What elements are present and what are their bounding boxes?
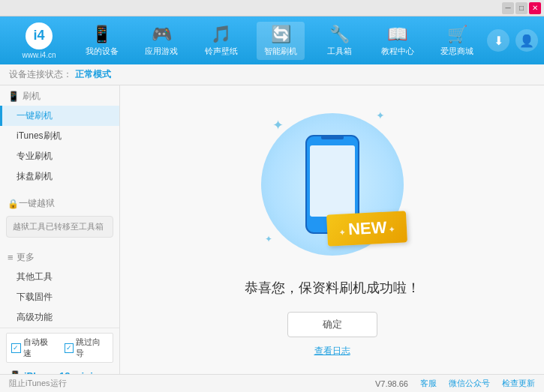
- version-text: V7.98.66: [375, 379, 408, 388]
- nav-label-apps-games: 应用游戏: [145, 46, 178, 57]
- phone-illustration: ✦ ✦ ✦ NEW: [250, 102, 415, 267]
- secondary-link[interactable]: 查看日志: [314, 345, 350, 358]
- other-tools-label: 其他工具: [17, 271, 53, 282]
- toolbox-icon: 🔧: [329, 25, 350, 44]
- success-text: 恭喜您，保资料刷机成功啦！: [245, 279, 420, 297]
- download-firmware-label: 下载固件: [17, 292, 53, 302]
- nav-label-store: 爱思商城: [440, 46, 473, 57]
- customer-service-link[interactable]: 客服: [420, 378, 437, 389]
- pro-flash-label: 专业刷机: [17, 151, 53, 161]
- sparkle-icon-1: ✦: [272, 117, 284, 133]
- check-update-link[interactable]: 检查更新: [502, 378, 535, 389]
- apps-games-icon: 🎮: [152, 25, 172, 44]
- top-nav: i4 www.i4.cn 📱 我的设备 🎮 应用游戏 🎵 铃声壁纸 🔄 智能刷机…: [0, 16, 544, 64]
- my-device-icon: 📱: [92, 25, 112, 44]
- checkbox-row: ✓ 自动极速 ✓ 跳过向导: [6, 333, 113, 363]
- logo-area: i4 www.i4.cn: [6, 22, 72, 59]
- sparkle-icon-2: ✦: [376, 109, 385, 121]
- sidebar-item-one-click-flash[interactable]: 一键刷机: [0, 106, 119, 126]
- nav-item-toolbox[interactable]: 🔧 工具箱: [317, 22, 362, 60]
- sidebar-footer: ✓ 自动极速 ✓ 跳过向导 📱 iPhone 12 mini 64GB Down…: [0, 328, 119, 374]
- device-name-text: iPhone 12 mini: [24, 370, 93, 374]
- tutorial-icon: 📖: [387, 25, 407, 44]
- svg-rect-2: [321, 136, 344, 139]
- smart-shop-icon: 🔄: [271, 25, 291, 44]
- nav-item-apps-games[interactable]: 🎮 应用游戏: [137, 22, 185, 60]
- sidebar-item-pro-flash[interactable]: 专业刷机: [0, 146, 119, 166]
- svg-rect-1: [310, 145, 355, 217]
- stop-itunes-link[interactable]: 阻止iTunes运行: [9, 378, 67, 389]
- sidebar-item-advanced[interactable]: 高级功能: [0, 307, 119, 328]
- user-button[interactable]: 👤: [515, 29, 538, 52]
- nav-label-tutorial: 教程中心: [381, 46, 414, 57]
- nav-label-toolbox: 工具箱: [327, 46, 352, 57]
- bottom-bar-right: V7.98.66 客服 微信公众号 检查更新: [375, 378, 535, 389]
- minimize-button[interactable]: ─: [502, 2, 514, 14]
- nav-label-ringtone: 铃声壁纸: [205, 46, 238, 57]
- sidebar-locked-notice: 越狱工具已转移至工具箱: [6, 216, 113, 238]
- sidebar-section-more: ≡ 更多: [0, 247, 119, 267]
- wipe-flash-label: 抹盘刷机: [17, 171, 53, 181]
- more-section-label: 更多: [17, 251, 35, 264]
- nav-item-tutorial[interactable]: 📖 教程中心: [374, 22, 422, 60]
- nav-items: 📱 我的设备 🎮 应用游戏 🎵 铃声壁纸 🔄 智能刷机 🔧 工具箱 📖 教程中心…: [72, 22, 487, 60]
- close-button[interactable]: ✕: [529, 2, 541, 14]
- device-item: 📱 iPhone 12 mini 64GB Down-12mini-13,1: [6, 366, 113, 374]
- sparkle-icon-3: ✦: [265, 234, 272, 244]
- sidebar-item-itunes-flash[interactable]: iTunes刷机: [0, 126, 119, 146]
- flash-section-label: 刷机: [23, 90, 41, 103]
- store-icon: 🛒: [447, 25, 467, 44]
- more-section-icon: ≡: [8, 252, 14, 263]
- nav-label-smart-shop: 智能刷机: [264, 46, 297, 57]
- download-button[interactable]: ⬇: [487, 29, 509, 52]
- lock-icon: 🔒: [8, 199, 19, 209]
- ringtone-icon: 🎵: [211, 25, 231, 44]
- auto-update-check-icon: ✓: [11, 343, 21, 353]
- advanced-label: 高级功能: [17, 312, 53, 322]
- nav-item-ringtone[interactable]: 🎵 铃声壁纸: [197, 22, 245, 60]
- content-area: ✦ ✦ ✦ NEW 恭喜您，保资料刷机成功啦！ 确定 查看日志: [120, 85, 544, 374]
- maximize-button[interactable]: □: [515, 2, 527, 14]
- locked-notice-text: 越狱工具已转移至工具箱: [13, 222, 104, 231]
- nav-item-store[interactable]: 🛒 爱思商城: [433, 22, 481, 60]
- nav-item-smart-shop[interactable]: 🔄 智能刷机: [257, 22, 305, 60]
- itunes-flash-label: iTunes刷机: [17, 130, 62, 141]
- sidebar-item-other-tools[interactable]: 其他工具: [0, 267, 119, 287]
- skip-wizard-label: 跳过向导: [76, 337, 108, 359]
- sidebar-section-jailbreak: 🔒 一键越狱: [0, 193, 119, 213]
- bottom-bar-left: 阻止iTunes运行: [9, 378, 67, 389]
- skip-wizard-checkbox[interactable]: ✓ 跳过向导: [65, 337, 109, 359]
- logo-icon: i4: [26, 22, 53, 49]
- auto-update-checkbox[interactable]: ✓ 自动极速: [11, 337, 56, 359]
- wechat-link[interactable]: 微信公众号: [449, 378, 490, 389]
- logo-subtitle: www.i4.cn: [22, 51, 56, 59]
- sidebar-item-download-firmware[interactable]: 下载固件: [0, 287, 119, 307]
- status-bar: 设备连接状态： 正常模式: [0, 64, 544, 85]
- main-area: 📱 刷机 一键刷机 iTunes刷机 专业刷机 抹盘刷机 🔒 一键越狱 越狱工具…: [0, 85, 544, 374]
- device-name: 📱 iPhone 12 mini: [9, 370, 110, 374]
- sidebar-section-flash: 📱 刷机: [0, 85, 119, 106]
- status-value: 正常模式: [75, 68, 111, 81]
- new-badge: NEW: [326, 211, 407, 246]
- one-click-flash-label: 一键刷机: [17, 110, 53, 121]
- confirm-button[interactable]: 确定: [287, 312, 377, 337]
- auto-update-label: 自动极速: [23, 337, 56, 359]
- nav-item-my-device[interactable]: 📱 我的设备: [78, 22, 126, 60]
- bottom-bar: 阻止iTunes运行 V7.98.66 客服 微信公众号 检查更新: [0, 374, 544, 392]
- nav-label-my-device: 我的设备: [86, 46, 119, 57]
- title-bar: ─ □ ✕: [0, 0, 544, 16]
- flash-section-icon: 📱: [8, 91, 20, 102]
- nav-right-buttons: ⬇ 👤: [487, 29, 538, 52]
- skip-wizard-check-icon: ✓: [65, 343, 74, 353]
- status-label: 设备连接状态：: [9, 68, 72, 81]
- device-phone-icon: 📱: [9, 370, 21, 374]
- sidebar: 📱 刷机 一键刷机 iTunes刷机 专业刷机 抹盘刷机 🔒 一键越狱 越狱工具…: [0, 85, 120, 374]
- sidebar-item-wipe-flash[interactable]: 抹盘刷机: [0, 166, 119, 187]
- jailbreak-section-label: 一键越狱: [19, 197, 55, 210]
